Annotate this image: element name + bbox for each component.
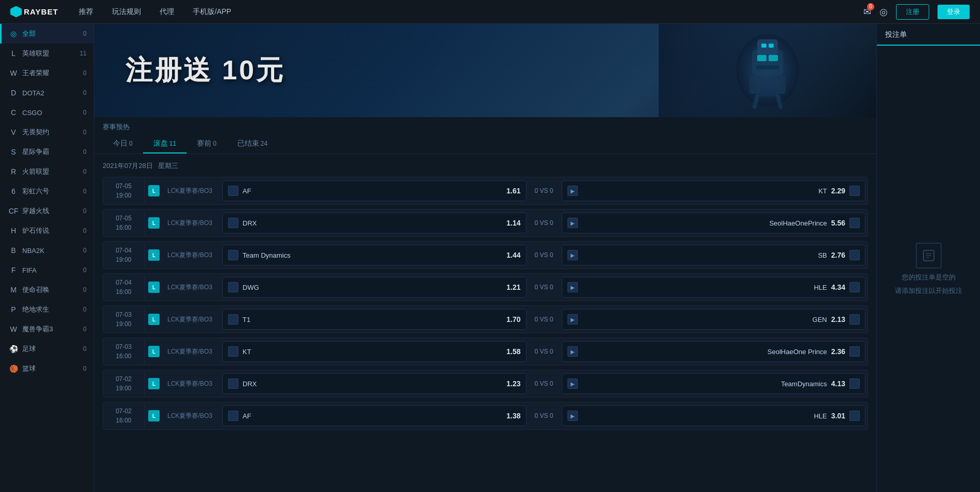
sidebar-icon-crossfire: CF <box>9 206 18 216</box>
sidebar-label-all: 全部 <box>22 29 74 38</box>
team1-bet-button[interactable]: AF 1.61 <box>222 180 527 201</box>
sidebar-item-fifa[interactable]: F FIFA 0 <box>0 260 94 280</box>
sidebar-item-rocket[interactable]: R 火箭联盟 0 <box>0 162 94 181</box>
banner-text: 注册送 10元 <box>125 52 285 89</box>
sidebar-count-rocket: 0 <box>78 168 87 175</box>
tab-label: 滚盘 <box>153 139 168 147</box>
sidebar-item-basketball[interactable]: 🏀 篮球 0 <box>0 359 94 378</box>
team2-bet-button[interactable]: 2.29 KT ▶ <box>562 180 866 201</box>
login-button[interactable]: 登录 <box>938 5 970 19</box>
bet-icon: ▶ <box>567 346 578 357</box>
match-time-text: 16:00 <box>106 416 141 425</box>
sidebar-item-hearthstone[interactable]: H 炉石传说 0 <box>0 221 94 241</box>
sidebar-item-pubg[interactable]: P 绝地求生 0 <box>0 300 94 319</box>
match-time-text: 16:00 <box>106 352 141 361</box>
match-time-text: 16:00 <box>106 223 141 232</box>
team1-bet-button[interactable]: DRX 1.23 <box>222 373 527 394</box>
sidebar-item-nba2k[interactable]: B NBA2K 0 <box>0 241 94 260</box>
match-date: 07-02 16:00 <box>103 403 145 428</box>
team1-bet-button[interactable]: DWG 1.21 <box>222 277 527 298</box>
match-time-text: 19:00 <box>106 255 141 264</box>
team1-bet-button[interactable]: T1 1.70 <box>222 309 527 330</box>
banner-amount: 10元 <box>222 55 285 85</box>
match-score: 0 VS 0 <box>529 348 560 355</box>
league-icon: L <box>148 378 160 389</box>
match-row: 07-04 16:00 L LCK夏季赛/BO3 DWG 1.21 0 VS 0… <box>103 273 868 301</box>
sidebar-item-all[interactable]: ◎ 全部 0 <box>0 24 94 44</box>
robot-svg <box>716 29 819 112</box>
sidebar-count-lol2: 0 <box>78 286 87 293</box>
sidebar-item-football[interactable]: ⚽ 足球 0 <box>0 339 94 359</box>
team1-bet-button[interactable]: Team Dynamics 1.44 <box>222 245 527 265</box>
sidebar-icon-contract: V <box>9 128 18 137</box>
team2-name: KT <box>582 187 827 195</box>
sidebar-count-football: 0 <box>78 345 87 353</box>
promo-banner: 注册送 10元 <box>94 24 876 117</box>
nav-mobile[interactable]: 手机版/APP <box>193 7 231 17</box>
register-button[interactable]: 注册 <box>896 4 929 20</box>
team1-logo <box>228 378 238 389</box>
sidebar-item-lol[interactable]: L 英雄联盟 11 <box>0 44 94 63</box>
sidebar-item-contract[interactable]: V 无畏契约 0 <box>0 122 94 142</box>
svg-rect-3 <box>769 55 778 61</box>
team2-bet-button[interactable]: 2.76 SB ▶ <box>562 245 866 265</box>
match-league-label: LCK夏季赛/BO3 <box>163 219 220 228</box>
team2-bet-button[interactable]: 2.13 GEN ▶ <box>562 309 866 330</box>
sidebar-item-rainbow[interactable]: 6 彩虹六号 0 <box>0 181 94 201</box>
league-icon: L <box>148 185 160 196</box>
sidebar-item-lol2[interactable]: M 使命召唤 0 <box>0 280 94 300</box>
topnav-actions: ✉ 0 ◎ 注册 登录 <box>863 4 970 20</box>
team1-bet-button[interactable]: DRX 1.14 <box>222 213 527 233</box>
match-date-text: 07-03 <box>106 342 141 352</box>
tab-今日[interactable]: 今日0 <box>103 135 143 153</box>
team1-bet-button[interactable]: AF 1.38 <box>222 405 527 426</box>
team1-name: Team Dynamics <box>243 251 502 259</box>
team1-odds: 1.38 <box>506 412 520 420</box>
support-button[interactable]: ◎ <box>879 6 888 18</box>
match-score: 0 VS 0 <box>529 219 560 227</box>
sidebar-item-csgo[interactable]: C CSGO 0 <box>0 103 94 122</box>
sidebar-count-rainbow: 0 <box>78 188 87 195</box>
brand-logo[interactable]: RAYBET <box>10 6 58 18</box>
tab-赛前[interactable]: 赛前0 <box>187 135 227 153</box>
nav-recommend[interactable]: 推荐 <box>79 7 93 17</box>
nav-rules[interactable]: 玩法规则 <box>112 7 141 17</box>
empty-line1: 您的投注单是空的 <box>902 273 956 282</box>
sidebar-item-dota2[interactable]: D DOTA2 0 <box>0 83 94 103</box>
sidebar-item-star[interactable]: S 星际争霸 0 <box>0 142 94 162</box>
tab-滚盘[interactable]: 滚盘11 <box>143 135 187 153</box>
sidebar-count-all: 0 <box>78 30 87 37</box>
team1-logo <box>228 186 238 196</box>
sidebar-icon-rocket: R <box>9 167 18 176</box>
team2-odds: 2.76 <box>831 251 845 259</box>
sidebar: ◎ 全部 0 L 英雄联盟 11 W 王者荣耀 0 D DOTA2 0 C CS… <box>0 24 94 492</box>
team2-bet-button[interactable]: 4.13 TeamDynamics ▶ <box>562 373 866 394</box>
team2-bet-button[interactable]: 2.36 SeolHaeOne Prince ▶ <box>562 341 866 362</box>
team1-bet-button[interactable]: KT 1.58 <box>222 341 527 362</box>
empty-bet-icon <box>916 243 942 269</box>
sidebar-count-honor: 0 <box>78 69 87 77</box>
team2-logo <box>849 411 860 421</box>
match-score: 0 VS 0 <box>529 380 560 387</box>
match-date-text: 07-02 <box>106 374 141 384</box>
sidebar-item-honor[interactable]: W 王者荣耀 0 <box>0 63 94 83</box>
team2-bet-button[interactable]: 4.34 HLE ▶ <box>562 277 866 298</box>
team1-logo <box>228 282 238 292</box>
team2-bet-button[interactable]: 5.56 SeolHaeOnePrince ▶ <box>562 213 866 233</box>
match-date: 07-03 19:00 <box>103 307 145 332</box>
notification-button[interactable]: ✉ 0 <box>863 6 871 18</box>
sidebar-label-dota2: DOTA2 <box>22 89 74 97</box>
nav-agent[interactable]: 代理 <box>160 7 174 17</box>
bet-icon: ▶ <box>567 411 578 421</box>
banner-label: 注册送 <box>125 55 212 85</box>
tab-已结束[interactable]: 已结束24 <box>227 135 278 153</box>
match-row: 07-02 19:00 L LCK夏季赛/BO3 DRX 1.23 0 VS 0… <box>103 370 868 398</box>
sidebar-icon-lol: L <box>9 49 18 58</box>
team1-odds: 1.14 <box>506 219 520 227</box>
matches-container[interactable]: 2021年07月28日 星期三 07-05 19:00 L LCK夏季赛/BO3… <box>94 154 876 492</box>
sidebar-item-wow[interactable]: W 魔兽争霸3 0 <box>0 319 94 339</box>
team2-bet-button[interactable]: 3.01 HLE ▶ <box>562 405 866 426</box>
sidebar-label-lol: 英雄联盟 <box>22 49 74 58</box>
team2-odds: 4.34 <box>831 283 845 291</box>
sidebar-item-crossfire[interactable]: CF 穿越火线 0 <box>0 201 94 221</box>
